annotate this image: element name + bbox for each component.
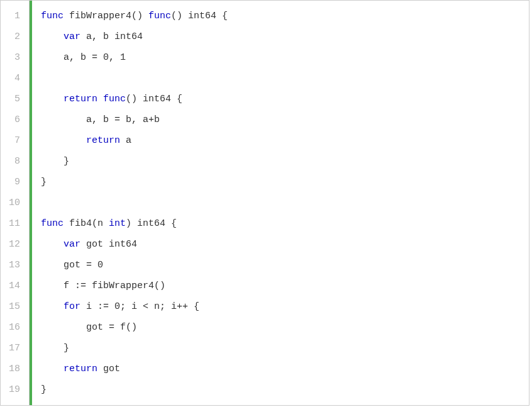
code-line: return a: [41, 130, 529, 151]
code-line: return func() int64 {: [41, 89, 529, 109]
line-number: 2: [1, 26, 24, 47]
code-text: a, b =: [64, 52, 103, 63]
code-text: () int64 {: [126, 94, 182, 104]
code-text: }: [41, 384, 47, 395]
number-literal: 0: [97, 260, 103, 270]
line-number: 6: [1, 109, 24, 130]
indent: [41, 52, 64, 63]
code-line: }: [41, 172, 529, 192]
code-line: func fibWrapper4() func() int64 {: [41, 6, 529, 26]
code-line: }: [41, 379, 529, 400]
code-text: ) int64 {: [126, 218, 177, 229]
code-line: [41, 68, 529, 89]
indent: [41, 239, 64, 250]
code-text: }: [64, 156, 69, 167]
code-text: fib4(n: [64, 218, 109, 229]
code-text: ,: [109, 52, 120, 63]
code-line: got = f(): [41, 317, 529, 338]
code-line: return got: [41, 359, 529, 379]
code-line: }: [41, 151, 529, 172]
line-number: 12: [1, 234, 24, 255]
code-line: var a, b int64: [41, 26, 529, 47]
indent: [41, 281, 64, 291]
keyword-var: var: [64, 31, 80, 42]
keyword-func: func: [41, 218, 64, 229]
code-line: a, b = b, a+b: [41, 109, 529, 130]
keyword-return: return: [64, 94, 97, 104]
keyword-func: func: [103, 94, 126, 104]
code-block: 1 2 3 4 5 6 7 8 9 10 11 12 13 14 15 16 1…: [0, 0, 529, 406]
code-line: got = 0: [41, 255, 529, 276]
indent: [41, 343, 64, 354]
code-text: i :=: [80, 301, 114, 312]
indent: [41, 322, 86, 333]
line-number: 19: [1, 379, 24, 400]
code-text: got int64: [80, 239, 137, 250]
keyword-return: return: [64, 364, 97, 374]
number-literal: 0: [103, 52, 109, 63]
code-text: [97, 94, 103, 104]
code-line: var got int64: [41, 234, 529, 255]
line-number-gutter: 1 2 3 4 5 6 7 8 9 10 11 12 13 14 15 16 1…: [1, 1, 30, 405]
keyword-func: func: [41, 11, 64, 21]
line-number: 7: [1, 130, 24, 151]
code-text: ; i < n; i++ {: [120, 301, 199, 312]
indent: [41, 156, 64, 167]
line-number: 16: [1, 317, 24, 338]
code-text: got = f(): [86, 322, 137, 333]
code-text: a, b int64: [80, 31, 143, 42]
indent: [41, 31, 64, 42]
indent: [41, 260, 64, 270]
code-area: func fibWrapper4() func() int64 { var a,…: [32, 1, 529, 405]
code-line: f := fibWrapper4(): [41, 276, 529, 296]
code-line: func fib4(n int) int64 {: [41, 213, 529, 234]
line-number: 13: [1, 255, 24, 276]
code-text: }: [64, 343, 69, 354]
code-text: a, b = b, a+b: [86, 114, 160, 125]
code-line: a, b = 0, 1: [41, 47, 529, 68]
indent: [41, 135, 86, 146]
line-number: 1: [1, 6, 24, 26]
code-text: }: [41, 177, 47, 187]
indent: [41, 301, 64, 312]
code-text: f := fibWrapper4(): [64, 281, 165, 291]
keyword-int: int: [109, 218, 126, 229]
number-literal: 1: [120, 52, 126, 63]
indent: [41, 364, 64, 374]
keyword-func: func: [148, 11, 171, 21]
keyword-return: return: [86, 135, 120, 146]
line-number: 18: [1, 359, 24, 379]
line-number: 17: [1, 338, 24, 359]
line-number: 15: [1, 296, 24, 317]
code-text: () int64 {: [171, 11, 228, 21]
code-line: for i := 0; i < n; i++ {: [41, 296, 529, 317]
line-number: 4: [1, 68, 24, 89]
code-line: }: [41, 338, 529, 359]
indent: [41, 114, 86, 125]
keyword-for: for: [64, 301, 80, 312]
number-literal: 0: [114, 301, 120, 312]
line-number: 5: [1, 89, 24, 109]
line-number: 14: [1, 276, 24, 296]
line-number: 8: [1, 151, 24, 172]
code-text: got: [97, 364, 120, 374]
line-number: 3: [1, 47, 24, 68]
line-number: 9: [1, 172, 24, 192]
code-line: [41, 192, 529, 213]
code-text: a: [120, 135, 131, 146]
line-number: 10: [1, 192, 24, 213]
keyword-var: var: [64, 239, 80, 250]
code-text: fibWrapper4(): [64, 11, 148, 21]
line-number: 11: [1, 213, 24, 234]
code-text: got =: [64, 260, 97, 270]
indent: [41, 94, 64, 104]
